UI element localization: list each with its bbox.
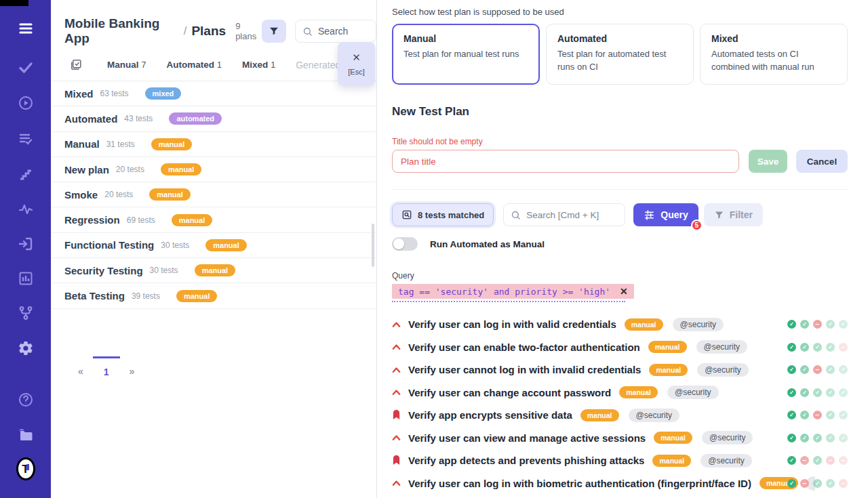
test-row[interactable]: Verify user can log in with valid creden…: [392, 313, 848, 336]
tests-search-input[interactable]: [526, 210, 621, 220]
tab-automated[interactable]: Automated1: [166, 60, 221, 70]
test-row[interactable]: Verify app encrypts sensitive data manua…: [392, 404, 848, 427]
scrollbar-thumb[interactable]: [372, 224, 374, 267]
section-divider: [392, 189, 848, 190]
plan-name: Regression: [64, 214, 120, 226]
tests-matched-button[interactable]: 8 tests matched: [392, 203, 494, 226]
projects-folder-icon[interactable]: [16, 426, 35, 444]
plans-filter-button[interactable]: [262, 20, 286, 43]
plan-tests-count: 20 tests: [116, 165, 144, 174]
activity-pulse-icon[interactable]: [16, 200, 35, 219]
matched-label: 8 tests matched: [418, 210, 484, 220]
run-status-dots: [787, 434, 848, 442]
clear-query-icon[interactable]: ✕: [620, 286, 628, 297]
card-title: Mixed: [711, 33, 836, 44]
pagination-next[interactable]: »: [120, 356, 144, 377]
import-login-icon[interactable]: [16, 234, 35, 253]
card-desc: Automated tests on CI combined with manu…: [711, 48, 836, 74]
cancel-button[interactable]: Cancel: [796, 150, 848, 173]
test-row[interactable]: Verify app detects and prevents phishing…: [392, 449, 848, 472]
filter-button[interactable]: Filter: [704, 203, 763, 226]
plan-row[interactable]: Manual 31 tests manual: [51, 132, 376, 157]
plan-type-badge: manual: [176, 290, 218, 302]
type-card-manual[interactable]: Manual Test plan for manual test runs: [392, 24, 540, 85]
priority-high-icon: [392, 321, 401, 328]
plan-row[interactable]: New plan 20 tests manual: [51, 157, 376, 182]
plan-list: Mixed 63 tests mixed Automated 43 tests …: [51, 81, 376, 309]
close-panel-button[interactable]: ✕ [Esc]: [338, 42, 375, 85]
app-logo[interactable]: T: [16, 457, 35, 481]
test-tag[interactable]: @security: [697, 363, 749, 377]
select-all-icon[interactable]: [70, 58, 83, 71]
tests-check-icon[interactable]: [16, 58, 35, 77]
tab-manual[interactable]: Manual7: [107, 60, 146, 70]
run-checklist-icon[interactable]: [16, 129, 35, 148]
breadcrumb-project[interactable]: Mobile Banking App: [64, 16, 179, 46]
test-row[interactable]: Verify user can enable two-factor authen…: [392, 336, 848, 359]
test-tag[interactable]: @security: [667, 386, 719, 399]
pagination-prev[interactable]: «: [68, 356, 93, 377]
plan-row[interactable]: Beta Testing 39 tests manual: [51, 283, 376, 308]
status-dot-fail: [839, 456, 848, 465]
settings-gear-icon[interactable]: [16, 339, 35, 358]
test-title[interactable]: Verify user cannot log in with invalid c…: [408, 364, 641, 375]
test-tag[interactable]: @security: [702, 431, 753, 444]
plan-type-badge: manual: [205, 239, 247, 251]
status-dot-pass: [813, 343, 822, 352]
type-card-automated[interactable]: Automated Test plan for automated test r…: [546, 24, 694, 85]
test-type-badge: manual: [652, 455, 691, 467]
test-title[interactable]: Verify app detects and prevents phishing…: [408, 455, 644, 466]
status-dot-pass: [813, 456, 822, 465]
run-status-dots: [787, 479, 848, 488]
plan-title-input[interactable]: [392, 150, 739, 173]
save-button[interactable]: Save: [749, 150, 787, 173]
test-title[interactable]: Verify user can enable two-factor authen…: [408, 341, 640, 353]
test-row[interactable]: Verify user can view and manage active s…: [392, 427, 848, 450]
plan-row[interactable]: Smoke 20 tests manual: [51, 182, 376, 207]
pagination-page-1[interactable]: 1: [93, 356, 120, 377]
run-status-dots: [787, 365, 848, 374]
esc-key-hint: [Esc]: [348, 68, 364, 76]
test-title[interactable]: Verify user can log in with valid creden…: [408, 318, 616, 330]
query-button[interactable]: Query 5: [633, 203, 698, 226]
plan-tests-count: 31 tests: [106, 140, 135, 149]
type-card-mixed[interactable]: Mixed Automated tests on CI combined wit…: [700, 24, 848, 85]
app-root: T Mobile Banking App / Plans 9 plans: [0, 0, 868, 498]
tab-mixed[interactable]: Mixed1: [242, 60, 275, 70]
plans-search-input[interactable]: [318, 26, 366, 37]
runs-play-icon[interactable]: [16, 94, 35, 112]
plan-row[interactable]: Security Testing 30 tests manual: [51, 258, 376, 283]
breadcrumb-section[interactable]: Plans: [191, 24, 226, 39]
steps-icon[interactable]: [16, 165, 35, 184]
branch-fork-icon[interactable]: [16, 304, 35, 323]
plans-search-box[interactable]: [295, 20, 376, 43]
test-row[interactable]: Verify user can change account password …: [392, 381, 848, 404]
run-automated-toggle[interactable]: [392, 237, 418, 251]
status-dot-pass: [826, 411, 835, 419]
plan-row[interactable]: Regression 69 tests manual: [51, 207, 376, 232]
plans-count: 9 plans: [235, 21, 262, 41]
run-as-manual-row: Run Automated as Manual: [392, 237, 848, 251]
test-title[interactable]: Verify user can change account password: [408, 387, 611, 398]
test-row[interactable]: Verify user cannot log in with invalid c…: [392, 358, 848, 381]
plan-row[interactable]: Automated 43 tests automated: [51, 106, 376, 131]
test-title[interactable]: Verify app encrypts sensitive data: [408, 409, 572, 421]
plan-row[interactable]: Mixed 63 tests mixed: [51, 81, 376, 106]
test-row[interactable]: Verify user can log in with biometric au…: [392, 472, 848, 495]
tab-generated[interactable]: Generated: [296, 60, 340, 70]
analytics-chart-icon[interactable]: [16, 269, 35, 288]
test-title[interactable]: Verify user can view and manage active s…: [408, 432, 646, 444]
plan-type-badge: manual: [172, 214, 213, 226]
plan-row[interactable]: Functional Testing 30 tests manual: [51, 233, 376, 258]
test-tag[interactable]: @security: [696, 340, 748, 354]
menu-icon[interactable]: [16, 19, 35, 38]
close-icon[interactable]: ✕: [352, 51, 361, 64]
test-type-badge: manual: [625, 318, 663, 331]
test-title[interactable]: Verify user can log in with biometric au…: [408, 478, 751, 489]
test-tag[interactable]: @security: [629, 409, 680, 422]
status-dot-fail: [813, 365, 822, 374]
help-question-icon[interactable]: [16, 390, 35, 409]
tests-search-box[interactable]: [503, 203, 625, 226]
test-tag[interactable]: @security: [701, 454, 752, 468]
test-tag[interactable]: @security: [673, 318, 724, 331]
